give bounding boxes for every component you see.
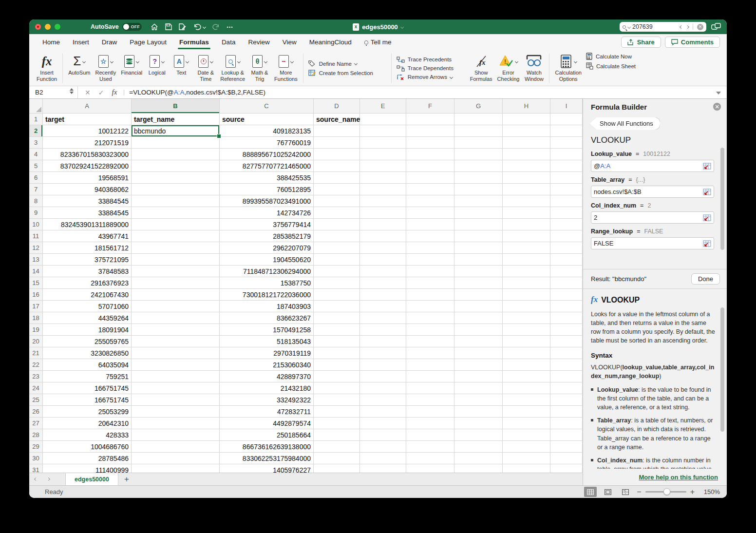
save-icon[interactable]	[165, 23, 172, 30]
cell-I22[interactable]	[550, 359, 583, 371]
cell-F1[interactable]	[406, 114, 454, 125]
cell-C30[interactable]: 833062253175984000	[220, 453, 314, 464]
cell-A29[interactable]: 1004686760	[43, 441, 132, 453]
share-presence-icon[interactable]	[711, 23, 721, 31]
cell-B7[interactable]	[132, 184, 220, 195]
cell-E8[interactable]	[360, 195, 406, 207]
cell-H31[interactable]	[503, 464, 550, 473]
cell-E14[interactable]	[360, 266, 406, 277]
close-window-button[interactable]	[35, 24, 41, 30]
cell-B2[interactable]: bbcmundo	[132, 125, 220, 137]
cell-H21[interactable]	[503, 347, 550, 359]
cell-F24[interactable]	[406, 382, 454, 394]
cell-C16[interactable]: 730018121722036000	[220, 289, 314, 301]
range-selector-icon[interactable]	[703, 189, 711, 195]
cell-F7[interactable]	[406, 184, 454, 195]
cell-D20[interactable]	[314, 336, 360, 347]
cell-E18[interactable]	[360, 312, 406, 324]
cell-H5[interactable]	[503, 160, 550, 172]
cell-E15[interactable]	[360, 277, 406, 289]
cell-G26[interactable]	[454, 406, 503, 418]
cell-G5[interactable]	[454, 160, 503, 172]
recently-used-button[interactable]: ☆RecentlyUsed	[93, 52, 118, 84]
close-panel-icon[interactable]: ✕	[713, 103, 721, 111]
cell-I28[interactable]	[550, 429, 583, 441]
cell-A2[interactable]: 10012122	[43, 125, 132, 137]
tab-draw[interactable]: Draw	[95, 34, 124, 50]
cell-E29[interactable]	[360, 441, 406, 453]
cell-A23[interactable]: 759251	[43, 371, 132, 382]
title-dropdown-icon[interactable]	[400, 25, 404, 28]
cell-E11[interactable]	[360, 230, 406, 242]
cell-F26[interactable]	[406, 406, 454, 418]
cell-A31[interactable]: 111400999	[43, 464, 132, 473]
cell-I20[interactable]	[550, 336, 583, 347]
col-index-num-input[interactable]: 2	[591, 211, 714, 224]
column-header-i[interactable]: I	[550, 99, 583, 114]
cell-B31[interactable]	[132, 464, 220, 473]
cell-F19[interactable]	[406, 324, 454, 336]
zoom-window-button[interactable]	[55, 24, 60, 30]
cell-A25[interactable]: 166751745	[43, 394, 132, 406]
cell-H27[interactable]	[503, 418, 550, 429]
cell-B25[interactable]	[132, 394, 220, 406]
cell-H13[interactable]	[503, 254, 550, 266]
lookup-reference-button[interactable]: Lookup &Reference	[218, 52, 247, 84]
cell-E23[interactable]	[360, 371, 406, 382]
cell-F22[interactable]	[406, 359, 454, 371]
search-previous-icon[interactable]	[680, 25, 683, 28]
cell-E1[interactable]	[360, 114, 406, 125]
cell-F18[interactable]	[406, 312, 454, 324]
cell-I3[interactable]	[550, 137, 583, 149]
cell-G1[interactable]	[454, 114, 503, 125]
logical-button[interactable]: ?Logical	[145, 52, 169, 77]
cell-A1[interactable]: target	[43, 114, 132, 125]
cell-I15[interactable]	[550, 277, 583, 289]
cell-C26[interactable]: 472832711	[220, 406, 314, 418]
row-header-4[interactable]: 4	[29, 149, 43, 160]
cell-B12[interactable]	[132, 242, 220, 254]
cell-A5[interactable]: 837029241522892000	[43, 160, 132, 172]
cell-B8[interactable]	[132, 195, 220, 207]
share-button[interactable]: Share	[621, 37, 661, 48]
cell-F2[interactable]	[406, 125, 454, 137]
cell-D23[interactable]	[314, 371, 360, 382]
cell-G14[interactable]	[454, 266, 503, 277]
cell-G8[interactable]	[454, 195, 503, 207]
cell-E22[interactable]	[360, 359, 406, 371]
cell-I25[interactable]	[550, 394, 583, 406]
insert-function-fx-icon[interactable]: fx	[112, 88, 117, 96]
minimize-window-button[interactable]	[45, 24, 51, 30]
cell-D29[interactable]	[314, 441, 360, 453]
cell-B16[interactable]	[132, 289, 220, 301]
cell-D15[interactable]	[314, 277, 360, 289]
cell-D2[interactable]	[314, 125, 360, 137]
cell-D4[interactable]	[314, 149, 360, 160]
cell-I10[interactable]	[550, 219, 583, 230]
cell-G31[interactable]	[454, 464, 503, 473]
cell-G17[interactable]	[454, 301, 503, 312]
cell-C28[interactable]: 250185664	[220, 429, 314, 441]
tab-home[interactable]: Home	[36, 34, 66, 50]
cell-I5[interactable]	[550, 160, 583, 172]
cell-B17[interactable]	[132, 301, 220, 312]
cell-D7[interactable]	[314, 184, 360, 195]
cell-I21[interactable]	[550, 347, 583, 359]
row-header-21[interactable]: 21	[29, 347, 43, 359]
cell-G22[interactable]	[454, 359, 503, 371]
cell-C27[interactable]: 4492879574	[220, 418, 314, 429]
cell-H24[interactable]	[503, 382, 550, 394]
row-header-28[interactable]: 28	[29, 429, 43, 441]
cell-C24[interactable]: 21432180	[220, 382, 314, 394]
cell-H10[interactable]	[503, 219, 550, 230]
cell-H16[interactable]	[503, 289, 550, 301]
row-header-29[interactable]: 29	[29, 441, 43, 453]
cell-F9[interactable]	[406, 207, 454, 219]
cell-G12[interactable]	[454, 242, 503, 254]
cell-C14[interactable]: 711848712306294000	[220, 266, 314, 277]
cell-I14[interactable]	[550, 266, 583, 277]
cell-F8[interactable]	[406, 195, 454, 207]
trace-dependents-button[interactable]: Trace Dependents	[397, 65, 466, 72]
cell-F6[interactable]	[406, 172, 454, 184]
search-clear-icon[interactable]: ✕	[697, 24, 703, 30]
